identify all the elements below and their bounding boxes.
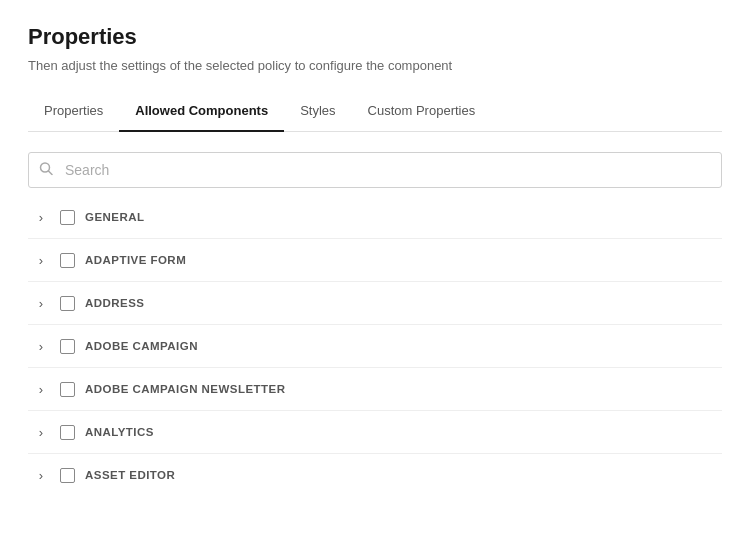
checkbox-adobe-campaign-newsletter[interactable] xyxy=(60,382,75,397)
page-title: Properties xyxy=(28,24,722,50)
item-label: ADDRESS xyxy=(85,297,144,309)
search-input[interactable] xyxy=(28,152,722,188)
tab-allowed-components[interactable]: Allowed Components xyxy=(119,93,284,132)
item-label: ANALYTICS xyxy=(85,426,154,438)
checkbox-adaptive-form[interactable] xyxy=(60,253,75,268)
chevron-right-icon: › xyxy=(32,423,50,441)
chevron-right-icon: › xyxy=(32,337,50,355)
component-list: › GENERAL › ADAPTIVE FORM › ADDRESS › AD… xyxy=(28,196,722,496)
properties-panel: Properties Then adjust the settings of t… xyxy=(0,0,750,547)
list-item[interactable]: › ADOBE CAMPAIGN NEWSLETTER xyxy=(28,368,722,411)
chevron-right-icon: › xyxy=(32,466,50,484)
list-item[interactable]: › ANALYTICS xyxy=(28,411,722,454)
chevron-right-icon: › xyxy=(32,251,50,269)
list-item[interactable]: › ADAPTIVE FORM xyxy=(28,239,722,282)
list-item[interactable]: › ASSET EDITOR xyxy=(28,454,722,496)
checkbox-general[interactable] xyxy=(60,210,75,225)
tab-styles[interactable]: Styles xyxy=(284,93,351,132)
search-container xyxy=(28,152,722,188)
chevron-right-icon: › xyxy=(32,294,50,312)
item-label: ADOBE CAMPAIGN xyxy=(85,340,198,352)
chevron-right-icon: › xyxy=(32,380,50,398)
item-label: GENERAL xyxy=(85,211,144,223)
item-label: ADOBE CAMPAIGN NEWSLETTER xyxy=(85,383,285,395)
item-label: ADAPTIVE FORM xyxy=(85,254,186,266)
item-label: ASSET EDITOR xyxy=(85,469,175,481)
checkbox-address[interactable] xyxy=(60,296,75,311)
list-item[interactable]: › ADDRESS xyxy=(28,282,722,325)
checkbox-adobe-campaign[interactable] xyxy=(60,339,75,354)
tab-custom-properties[interactable]: Custom Properties xyxy=(352,93,492,132)
list-item[interactable]: › ADOBE CAMPAIGN xyxy=(28,325,722,368)
chevron-right-icon: › xyxy=(32,208,50,226)
tab-properties[interactable]: Properties xyxy=(28,93,119,132)
checkbox-analytics[interactable] xyxy=(60,425,75,440)
page-subtitle: Then adjust the settings of the selected… xyxy=(28,58,722,73)
tab-bar: Properties Allowed Components Styles Cus… xyxy=(28,93,722,132)
list-item[interactable]: › GENERAL xyxy=(28,196,722,239)
checkbox-asset-editor[interactable] xyxy=(60,468,75,483)
